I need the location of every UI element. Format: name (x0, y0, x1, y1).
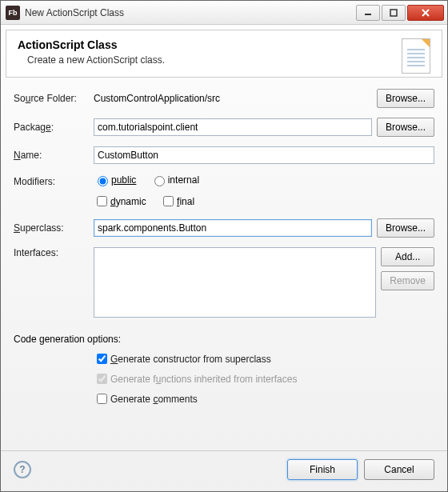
modifier-final-check[interactable]: final (160, 194, 194, 209)
codegen-title: Code generation options: (14, 334, 434, 345)
modifiers-row-2: dynamic final (14, 194, 434, 209)
source-folder-value: CustomControlApplication/src (94, 93, 372, 104)
source-folder-label: Source Folder: (14, 93, 94, 104)
package-label: Package: (14, 122, 94, 133)
modifier-public-radio[interactable]: public (94, 174, 136, 186)
superclass-label: Superclass: (14, 222, 94, 234)
interfaces-row: Interfaces: Add... Remove (14, 247, 434, 318)
interfaces-label: Interfaces: (14, 247, 94, 258)
name-label: Name: (14, 150, 94, 161)
window-title: New ActionScript Class (25, 7, 356, 18)
interfaces-remove-button: Remove (381, 271, 434, 290)
close-icon (422, 9, 430, 17)
document-icon (402, 38, 430, 74)
modifier-dynamic-check[interactable]: dynamic (94, 194, 146, 209)
interfaces-add-button[interactable]: Add... (381, 247, 434, 266)
titlebar: Fb New ActionScript Class (1, 1, 447, 25)
codegen-options: Generate constructor from superclass Gen… (94, 351, 434, 411)
maximize-button[interactable] (382, 5, 406, 21)
source-folder-row: Source Folder: CustomControlApplication/… (14, 89, 434, 108)
package-row: Package: Browse... (14, 118, 434, 137)
interfaces-list[interactable] (94, 247, 376, 318)
minimize-button[interactable] (356, 5, 380, 21)
name-row: Name: (14, 146, 434, 164)
modifiers-row: Modifiers: public internal (14, 174, 434, 189)
package-input[interactable] (94, 118, 372, 136)
source-folder-browse-button[interactable]: Browse... (377, 89, 434, 108)
superclass-input[interactable] (94, 219, 372, 237)
minimize-icon (364, 9, 372, 17)
form-area: Source Folder: CustomControlApplication/… (1, 82, 447, 450)
dialog-header: ActionScript Class Create a new ActionSc… (6, 30, 442, 78)
superclass-row: Superclass: Browse... (14, 218, 434, 238)
cancel-button[interactable]: Cancel (364, 459, 434, 480)
help-icon: ? (19, 464, 25, 475)
close-button[interactable] (407, 5, 444, 21)
dialog-footer: ? Finish Cancel (1, 450, 447, 491)
modifiers-label: Modifiers: (14, 176, 94, 187)
package-browse-button[interactable]: Browse... (377, 118, 434, 137)
help-button[interactable]: ? (14, 461, 31, 478)
app-icon: Fb (6, 6, 20, 20)
modifier-internal-radio[interactable]: internal (150, 174, 199, 186)
window-buttons (356, 5, 444, 21)
header-title: ActionScript Class (18, 38, 430, 51)
maximize-icon (390, 9, 398, 17)
svg-rect-1 (390, 10, 397, 16)
header-subtitle: Create a new ActionScript class. (27, 54, 430, 66)
dialog-window: Fb New ActionScript Class ActionScript C… (0, 0, 448, 492)
finish-button[interactable]: Finish (287, 459, 358, 480)
name-input[interactable] (94, 146, 434, 164)
superclass-browse-button[interactable]: Browse... (377, 218, 434, 238)
codegen-comments-check[interactable]: Generate comments (94, 391, 423, 406)
codegen-inherited-check: Generate functions inherited from interf… (94, 371, 423, 386)
codegen-constructor-check[interactable]: Generate constructor from superclass (94, 351, 423, 366)
